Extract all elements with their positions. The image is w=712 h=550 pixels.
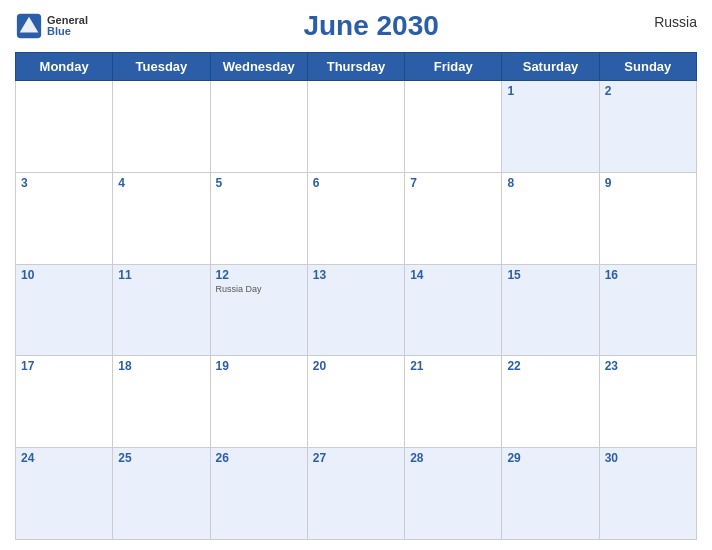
col-thursday: Thursday [307,53,404,81]
day-number: 4 [118,176,204,190]
day-number: 29 [507,451,593,465]
col-monday: Monday [16,53,113,81]
day-number: 12 [216,268,302,282]
calendar-cell: 7 [405,172,502,264]
day-number: 20 [313,359,399,373]
calendar-cell: 25 [113,448,210,540]
calendar-cell: 19 [210,356,307,448]
calendar-cell: 18 [113,356,210,448]
logo-blue-text: Blue [47,26,88,37]
day-number: 11 [118,268,204,282]
day-number: 15 [507,268,593,282]
calendar-cell: 22 [502,356,599,448]
calendar-cell: 4 [113,172,210,264]
calendar-cell: 14 [405,264,502,356]
day-number: 18 [118,359,204,373]
calendar-cell: 2 [599,81,696,173]
weekday-header-row: Monday Tuesday Wednesday Thursday Friday… [16,53,697,81]
calendar-cell: 30 [599,448,696,540]
holiday-label: Russia Day [216,284,302,294]
calendar-cell: 5 [210,172,307,264]
calendar-cell: 10 [16,264,113,356]
calendar-cell [113,81,210,173]
day-number: 26 [216,451,302,465]
day-number: 16 [605,268,691,282]
calendar-table: Monday Tuesday Wednesday Thursday Friday… [15,52,697,540]
day-number: 19 [216,359,302,373]
day-number: 2 [605,84,691,98]
calendar-cell: 20 [307,356,404,448]
day-number: 23 [605,359,691,373]
calendar-cell: 28 [405,448,502,540]
day-number: 1 [507,84,593,98]
calendar-cell: 29 [502,448,599,540]
calendar-cell: 6 [307,172,404,264]
calendar-cell [16,81,113,173]
day-number: 9 [605,176,691,190]
calendar-cell: 3 [16,172,113,264]
day-number: 13 [313,268,399,282]
country-label: Russia [654,14,697,30]
week-row-4: 17181920212223 [16,356,697,448]
calendar-cell: 21 [405,356,502,448]
week-row-2: 3456789 [16,172,697,264]
day-number: 7 [410,176,496,190]
day-number: 30 [605,451,691,465]
calendar-cell [210,81,307,173]
day-number: 3 [21,176,107,190]
day-number: 24 [21,451,107,465]
col-friday: Friday [405,53,502,81]
day-number: 6 [313,176,399,190]
calendar-cell: 27 [307,448,404,540]
calendar-cell: 24 [16,448,113,540]
week-row-1: 12 [16,81,697,173]
calendar-cell [405,81,502,173]
col-saturday: Saturday [502,53,599,81]
logo-icon [15,12,43,40]
week-row-5: 24252627282930 [16,448,697,540]
calendar-title: June 2030 [303,10,438,42]
calendar-cell: 16 [599,264,696,356]
day-number: 17 [21,359,107,373]
day-number: 27 [313,451,399,465]
col-sunday: Sunday [599,53,696,81]
logo: General Blue [15,12,88,40]
calendar-cell: 26 [210,448,307,540]
calendar-cell [307,81,404,173]
calendar-cell: 23 [599,356,696,448]
day-number: 21 [410,359,496,373]
calendar-cell: 8 [502,172,599,264]
calendar-cell: 11 [113,264,210,356]
week-row-3: 101112Russia Day13141516 [16,264,697,356]
calendar-cell: 13 [307,264,404,356]
calendar-cell: 1 [502,81,599,173]
day-number: 8 [507,176,593,190]
col-tuesday: Tuesday [113,53,210,81]
calendar-cell: 9 [599,172,696,264]
day-number: 28 [410,451,496,465]
calendar-cell: 17 [16,356,113,448]
day-number: 14 [410,268,496,282]
day-number: 22 [507,359,593,373]
calendar-header: General Blue June 2030 Russia [15,10,697,42]
col-wednesday: Wednesday [210,53,307,81]
calendar-cell: 12Russia Day [210,264,307,356]
day-number: 10 [21,268,107,282]
day-number: 5 [216,176,302,190]
day-number: 25 [118,451,204,465]
calendar-cell: 15 [502,264,599,356]
